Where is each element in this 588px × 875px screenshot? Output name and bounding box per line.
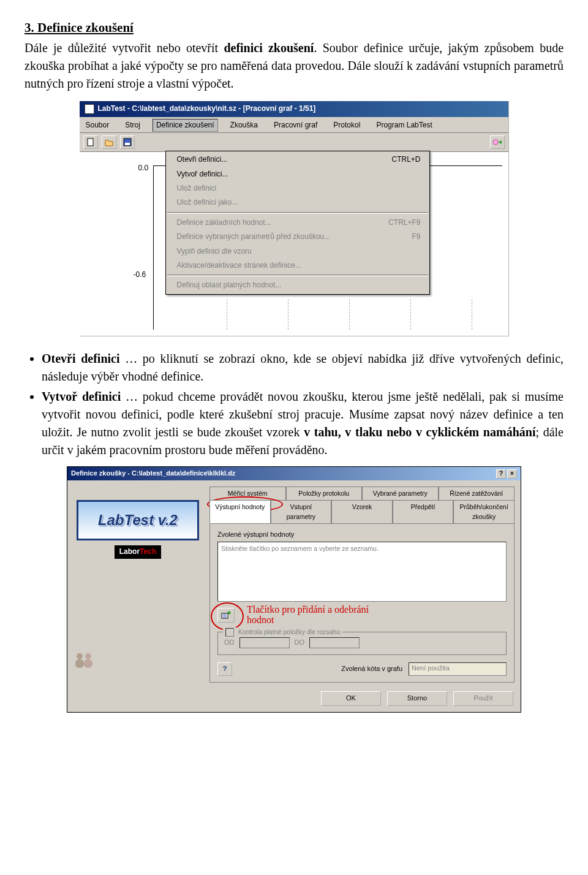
dd-vypln-dle-vzoru: Vyplň definici dle vzoru [166, 244, 429, 259]
section-heading: 3. Definice zkoušení [24, 18, 564, 37]
dd-uloz-definici: Ulož definici [166, 181, 429, 195]
dd-uloz-jako: Ulož definici jako... [166, 195, 429, 210]
bullet-list: Otevři definici … po kliknutí se zobrazí… [24, 350, 564, 459]
screenshot-labtest-menu: LabTest - C:\labtest_data\zkousky\nit.sz… [80, 101, 509, 336]
axis-y-label-0: 0.0 [138, 163, 149, 173]
dd-aktivace-deaktivace: Aktivace/deaktivace stránek definice... [166, 259, 429, 273]
dialog-titlebar: Definice zkoušky - C:\labtest_data\defin… [67, 467, 521, 480]
toolbar [80, 133, 508, 152]
dd-definice-vybranych: Definice vybraných parametrů před zkoušk… [166, 230, 429, 244]
heading-number: 3. [24, 20, 34, 35]
menu-protokol[interactable]: Protokol [330, 119, 364, 132]
kota-select: Není použita [409, 662, 507, 676]
kota-label: Zvolená kóta v grafu [341, 664, 402, 674]
menu-definice[interactable]: Definice zkoušení [153, 119, 218, 132]
menu-program[interactable]: Program LabTest [372, 119, 435, 132]
dd-definice-zakladnich: Definice základních hodnot...CTRL+F9 [166, 216, 429, 230]
svg-point-9 [228, 611, 231, 614]
new-file-icon[interactable] [83, 135, 98, 149]
add-remove-values-button[interactable] [217, 608, 235, 623]
output-values-listbox[interactable]: Stiskněte tlačítko po seznamem a vyberte… [217, 542, 507, 602]
tab-row-2: Výstupní hodnoty Vstupní parametry Vzore… [209, 500, 514, 523]
svg-point-4 [77, 653, 83, 659]
menu-graf[interactable]: Pracovní graf [270, 119, 321, 132]
dd-definuj-oblast: Definuj oblast platných hodnot... [166, 278, 429, 292]
help-button[interactable]: ? [217, 662, 232, 676]
dialog-button-row: OK Storno Použít [67, 688, 521, 712]
storno-button[interactable]: Storno [387, 691, 447, 706]
menu-zkouska[interactable]: Zkouška [227, 119, 262, 132]
svg-rect-2 [125, 143, 130, 145]
labortech-logo: LaborTech [115, 545, 161, 558]
tab-vstupni-parametry[interactable]: Vstupní parametry [271, 500, 332, 523]
tab-merici-system[interactable]: Měřicí systém [209, 487, 286, 500]
toolbar-extra-icon[interactable] [490, 135, 505, 149]
axis-y-label-neg: -0.6 [134, 270, 146, 280]
svg-rect-0 [88, 138, 93, 146]
pouzit-button: Použít [453, 691, 513, 706]
tab-vybrane-parametry[interactable]: Vybrané parametry [362, 487, 439, 500]
definice-dropdown: Otevři definici...CTRL+D Vytvoř definici… [165, 151, 430, 295]
od-label: OD [224, 638, 235, 648]
svg-point-3 [493, 140, 498, 145]
window-titlebar: LabTest - C:\labtest_data\zkousky\nit.sz… [80, 101, 508, 116]
range-check-checkbox [225, 628, 234, 637]
dialog-title: Definice zkoušky - C:\labtest_data\defin… [71, 469, 235, 479]
tab-row-1: Měřicí systém Položky protokolu Vybrané … [209, 487, 514, 500]
chart-area: 0.0 -0.6 Otevři definici...CTRL+D Vytvoř… [80, 152, 508, 336]
tab-vystupni-hodnoty[interactable]: Výstupní hodnoty [209, 500, 271, 523]
menu-stroj[interactable]: Stroj [121, 119, 144, 132]
users-icon [74, 651, 96, 676]
close-window-button[interactable]: × [507, 469, 517, 479]
tab-prubeh-ukonceni[interactable]: Průběh/ukončení zkoušky [453, 500, 514, 523]
svg-point-5 [85, 653, 91, 659]
tab-predpeti[interactable]: Předpětí [393, 500, 454, 523]
do-label: DO [295, 638, 305, 648]
bullet-vytvor: Vytvoř definici … pokud chceme provádět … [42, 388, 564, 459]
labtest-logo: LabTest v.2 [77, 500, 199, 540]
svg-rect-7 [84, 659, 92, 668]
dd-otevri-definici[interactable]: Otevři definici...CTRL+D [166, 153, 429, 167]
dd-vytvor-definici[interactable]: Vytvoř definici... [166, 167, 429, 181]
tab-rizene-zatezovani[interactable]: Řízené zatěžování [439, 487, 515, 500]
tab-vzorek[interactable]: Vzorek [331, 500, 393, 523]
range-check-groupbox: Kontrola platné položky dle rozsahu OD D… [217, 632, 507, 655]
save-disk-icon[interactable] [120, 135, 135, 149]
zvolene-label: Zvolené výstupní hodnoty [217, 530, 507, 540]
window-title: LabTest - C:\labtest_data\zkousky\nit.sz… [98, 104, 316, 114]
svg-rect-6 [75, 659, 84, 668]
do-input [309, 637, 360, 648]
paragraph-1: Dále je důležité vytvořit nebo otevřít d… [24, 39, 564, 93]
open-folder-icon[interactable] [102, 135, 116, 149]
groupbox-title: Kontrola platné položky dle rozsahu [238, 628, 340, 635]
bullet-otevri: Otevři definici … po kliknutí se zobrazí… [42, 350, 564, 385]
tab-content: Zvolené výstupní hodnoty Stiskněte tlačí… [209, 523, 514, 683]
tab-polozky-protokolu[interactable]: Položky protokolu [286, 487, 363, 500]
ok-button[interactable]: OK [321, 691, 381, 706]
menu-soubor[interactable]: Soubor [82, 119, 113, 132]
od-input [239, 637, 290, 648]
screenshot-definice-dialog: Definice zkoušky - C:\labtest_data\defin… [67, 466, 521, 713]
app-icon [85, 104, 94, 114]
help-window-button[interactable]: ? [496, 469, 506, 479]
annotation-add-remove-text: Tlačítko pro přidání a odebrání hodnot [247, 604, 388, 626]
menubar: Soubor Stroj Definice zkoušení Zkouška P… [80, 117, 508, 133]
dialog-right-panel: Měřicí systém Položky protokolu Vybrané … [209, 487, 514, 683]
dialog-left-panel: LabTest v.2 LaborTech [74, 487, 202, 683]
heading-text: Definice zkoušení [37, 20, 134, 35]
